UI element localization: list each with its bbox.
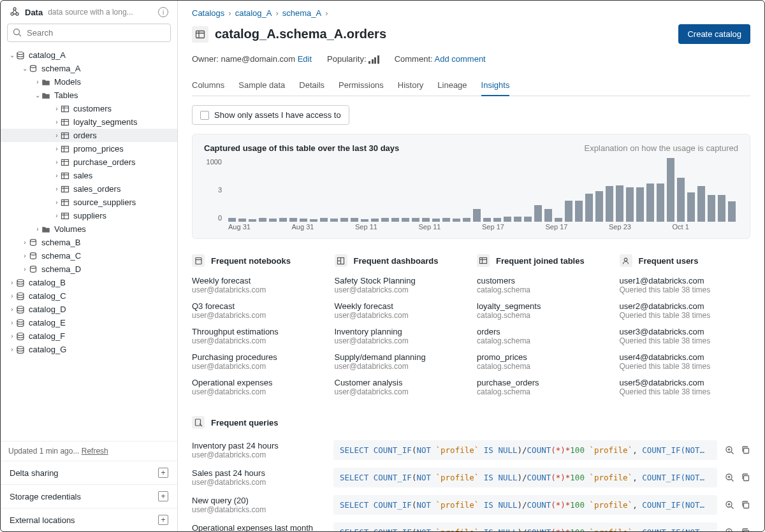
tree-table-sales_orders[interactable]: ›sales_orders (1, 182, 177, 196)
svg-rect-31 (62, 213, 69, 219)
tree-catalog-catalog_C[interactable]: ›catalog_C (1, 289, 177, 303)
tab-permissions[interactable]: Permissions (339, 75, 384, 96)
tree-table-sales[interactable]: ›sales (1, 169, 177, 182)
tree-table-customers[interactable]: ›customers (1, 102, 177, 115)
zoom-icon[interactable] (725, 528, 734, 531)
popularity-icon (368, 55, 379, 64)
zoom-icon[interactable] (725, 445, 734, 455)
frequent-item[interactable]: purchase_orderscatalog.schema (477, 378, 608, 396)
copy-icon[interactable] (741, 528, 750, 531)
tree-schema-schema_B[interactable]: ›schema_B (1, 236, 177, 249)
frequent-item[interactable]: user1@databricks.comQueried this table 3… (620, 276, 751, 294)
copy-icon[interactable] (741, 473, 750, 482)
tree-catalog-catalog_B[interactable]: ›catalog_B (1, 276, 177, 289)
query-meta[interactable]: Operational expenses last monthuser@data… (192, 523, 326, 531)
svg-point-35 (31, 252, 36, 255)
tab-details[interactable]: Details (299, 75, 324, 96)
tree-table-source_suppliers[interactable]: ›source_suppliers (1, 196, 177, 209)
edit-owner-link[interactable]: Edit (298, 54, 312, 64)
svg-rect-55 (195, 419, 200, 426)
tree-schema-schema_C[interactable]: ›schema_C (1, 249, 177, 262)
tree-folder-tables[interactable]: ⌄Tables (1, 89, 177, 102)
tab-columns[interactable]: Columns (192, 75, 224, 96)
tree-table-purchase_orders[interactable]: ›purchase_orders (1, 155, 177, 169)
tree-table-suppliers[interactable]: ›suppliers (1, 209, 177, 222)
sidebar-section-storage credentials[interactable]: Storage credentials+ (1, 484, 177, 508)
access-filter-checkbox[interactable]: Show only assets I have access to (192, 105, 349, 125)
frequent-item[interactable]: Inventory planninguser@databricks.com (335, 327, 466, 345)
tab-insights[interactable]: Insights (481, 75, 510, 96)
svg-point-37 (17, 279, 24, 282)
tree-catalog-catalog_G[interactable]: ›catalog_G (1, 343, 177, 356)
frequent-item[interactable]: user3@databricks.comQueried this table 3… (620, 327, 751, 345)
chart-bar (279, 218, 287, 222)
tab-history[interactable]: History (398, 75, 423, 96)
tree-schema-schema_D[interactable]: ›schema_D (1, 262, 177, 276)
refresh-link[interactable]: Refresh (82, 447, 108, 456)
frequent-item[interactable]: Customer analysisuser@databricks.com (335, 378, 466, 396)
frequent-item[interactable]: orderscatalog.schema (477, 327, 608, 345)
plus-icon[interactable]: + (158, 515, 168, 525)
tree-table-orders[interactable]: ›orders (1, 129, 177, 142)
chart-bar (504, 217, 511, 222)
svg-point-34 (31, 239, 36, 241)
sql-preview[interactable]: SELECT COUNT_IF(NOT `profile` IS NULL)/C… (333, 468, 717, 487)
frequent-item[interactable]: loyalty_segmentscatalog.schema (477, 301, 608, 320)
svg-point-5 (17, 52, 24, 54)
tree-catalog-catalog_E[interactable]: ›catalog_E (1, 316, 177, 329)
chart-explanation[interactable]: Explanation on how the usage is captured (585, 143, 738, 153)
breadcrumb-item[interactable]: catalog_A (235, 8, 272, 18)
caret-icon: › (53, 199, 61, 206)
frequent-item[interactable]: user2@databricks.comQueried this table 3… (620, 301, 751, 320)
breadcrumb-item[interactable]: Catalogs (192, 8, 224, 18)
tab-sample data[interactable]: Sample data (238, 75, 285, 96)
frequent-item[interactable]: Purchasing proceduresuser@databricks.com (192, 352, 323, 371)
frequent-item[interactable]: Weekly forecastuser@databricks.com (192, 276, 323, 294)
tab-lineage[interactable]: Lineage (437, 75, 467, 96)
frequent-item[interactable]: Throughput estimationsuser@databricks.co… (192, 327, 323, 345)
add-comment-link[interactable]: Add comment (435, 54, 486, 64)
sql-preview[interactable]: SELECT COUNT_IF(NOT `profile` IS NULL)/C… (333, 440, 717, 460)
sidebar-section-external locations[interactable]: External locations+ (1, 508, 177, 531)
copy-icon[interactable] (741, 500, 750, 510)
caret-icon: › (8, 333, 16, 340)
tree-table-loyalty_segments[interactable]: ›loyalty_segments (1, 115, 177, 129)
chart-bar (636, 187, 644, 222)
frequent-item[interactable]: Safety Stock Planninguser@databricks.com (335, 276, 466, 294)
zoom-icon[interactable] (725, 473, 734, 482)
plus-icon[interactable]: + (158, 491, 168, 501)
tree-catalog[interactable]: ⌄catalog_A (1, 48, 177, 62)
create-catalog-button[interactable]: Create catalog (678, 24, 750, 44)
tree-catalog-catalog_D[interactable]: ›catalog_D (1, 303, 177, 316)
dashboards-icon (335, 254, 347, 267)
info-icon[interactable]: i (158, 7, 168, 17)
breadcrumb-item[interactable]: schema_A (282, 8, 321, 18)
chart-bar (687, 192, 695, 222)
zoom-icon[interactable] (725, 500, 734, 510)
search-input[interactable] (7, 24, 171, 42)
tree-catalog-catalog_F[interactable]: ›catalog_F (1, 329, 177, 343)
frequent-item[interactable]: Weekly forecastuser@databricks.com (335, 301, 466, 320)
copy-icon[interactable] (741, 445, 750, 455)
tree-table-promo_prices[interactable]: ›promo_prices (1, 142, 177, 155)
query-row: Sales past 24 hoursuser@databricks.com S… (192, 464, 750, 491)
frequent-item[interactable]: customerscatalog.schema (477, 276, 608, 294)
sidebar-section-delta sharing[interactable]: Delta sharing+ (1, 461, 177, 484)
database-icon (16, 292, 25, 301)
tree-schema[interactable]: ⌄schema_A (1, 62, 177, 75)
tree-folder-volumes[interactable]: ›Volumes (1, 222, 177, 236)
query-meta[interactable]: Sales past 24 hoursuser@databricks.com (192, 468, 326, 487)
frequent-item[interactable]: Supply/demand planninguser@databricks.co… (335, 352, 466, 371)
sql-preview[interactable]: SELECT COUNT_IF(NOT `profile` IS NULL)/C… (333, 495, 717, 515)
frequent-item[interactable]: user4@databricks.comQueried this table 3… (620, 352, 751, 371)
frequent-item[interactable]: user5@databricks.comQueried this table 3… (620, 378, 751, 396)
frequent-item[interactable]: promo_pricescatalog.schema (477, 352, 608, 371)
query-meta[interactable]: New query (20)user@databricks.com (192, 496, 326, 514)
frequent-item[interactable]: Q3 forecastuser@databricks.com (192, 301, 323, 320)
caret-icon: › (8, 279, 16, 286)
plus-icon[interactable]: + (158, 468, 168, 478)
frequent-item[interactable]: Operational expensesuser@databricks.com (192, 378, 323, 396)
tree-folder-models[interactable]: ›Models (1, 75, 177, 89)
sql-preview[interactable]: SELECT COUNT_IF(NOT `profile` IS NULL)/C… (333, 522, 717, 531)
query-meta[interactable]: Inventory past 24 hoursuser@databricks.c… (192, 441, 326, 459)
